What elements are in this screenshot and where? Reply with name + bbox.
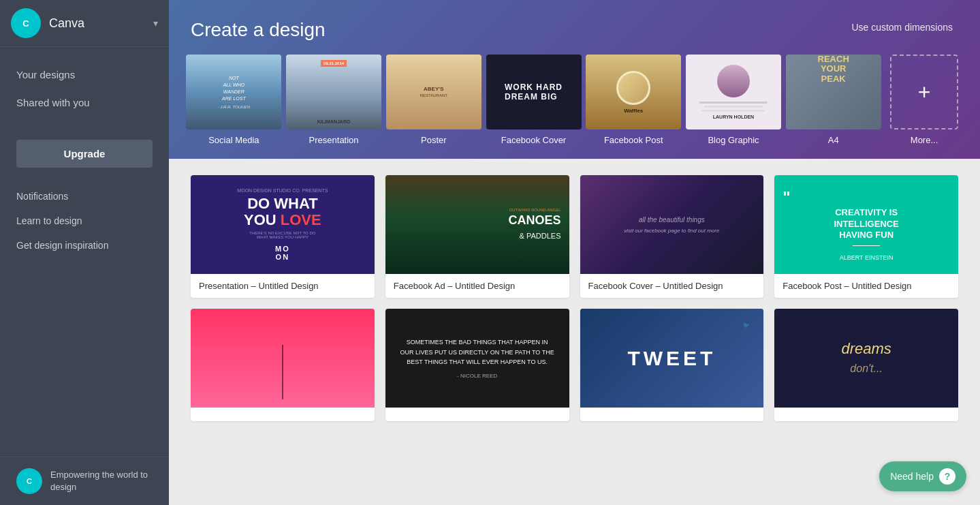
sidebar-links: Notifications Learn to design Get design… — [0, 179, 169, 263]
template-thumb-blog-graphic: LAURYN HOLDEN — [686, 55, 781, 129]
template-label-presentation: Presentation — [309, 135, 359, 145]
template-facebook-cover[interactable]: WORK HARDDREAM BIG Facebook Cover — [490, 55, 577, 159]
design-card-presentation[interactable]: MOON DESIGN STUDIO CO. PRESENTS DO WHATY… — [191, 175, 375, 298]
need-help-label: Need help — [890, 471, 934, 482]
upgrade-section: Upgrade — [0, 129, 169, 179]
sidebar-footer: C Empowering the world to design — [0, 457, 169, 505]
design-thumb-tweet: TWEET 🐦 — [580, 309, 764, 408]
create-banner: Create a design Use custom dimensions NO… — [169, 0, 980, 159]
template-label-facebook-cover: Facebook Cover — [501, 135, 566, 145]
create-design-title: Create a design — [191, 19, 326, 41]
sidebar-item-your-designs[interactable]: Your designs — [0, 61, 169, 89]
design-thumb-pink — [191, 309, 375, 408]
template-thumb-more: + — [890, 55, 958, 129]
sidebar-dropdown-icon[interactable]: ▾ — [153, 18, 158, 29]
design-label-pink — [191, 408, 375, 421]
canva-logo-text: C — [22, 18, 29, 29]
sidebar-item-shared-with-you[interactable]: Shared with you — [0, 89, 169, 117]
need-help-button[interactable]: Need help ? — [879, 461, 966, 491]
custom-dimensions-button[interactable]: Use custom dimensions — [846, 19, 958, 35]
main-content: Create a design Use custom dimensions NO… — [169, 0, 980, 505]
design-card-facebook-post[interactable]: " CREATIVITY ISINTELLIGENCEHAVING FUN AL… — [774, 175, 958, 298]
design-thumb-facebook-cover: all the beautiful thingsvisit our facebo… — [580, 175, 764, 274]
upgrade-button[interactable]: Upgrade — [16, 140, 153, 168]
sidebar-footer-tagline: Empowering the world to design — [50, 469, 153, 493]
sidebar-footer-logo: C — [16, 468, 42, 494]
design-card-facebook-ad[interactable]: OUTWARD BOUND ANGEL CANOES& PADDLES Face… — [385, 175, 569, 298]
sidebar-item-notifications[interactable]: Notifications — [0, 184, 169, 209]
footer-logo-text: C — [27, 477, 32, 485]
more-icon: + — [890, 55, 958, 129]
design-thumb-facebook-ad: OUTWARD BOUND ANGEL CANOES& PADDLES — [385, 175, 569, 274]
design-label-facebook-ad: Facebook Ad – Untitled Design — [385, 274, 569, 298]
designs-section: MOON DESIGN STUDIO CO. PRESENTS DO WHATY… — [169, 159, 980, 505]
design-thumb-presentation: MOON DESIGN STUDIO CO. PRESENTS DO WHATY… — [191, 175, 375, 274]
sidebar-item-get-inspiration[interactable]: Get design inspiration — [0, 233, 169, 258]
template-social-media[interactable]: NOTALL WHOWANDERARE LOST - J.R.R. TOLKIE… — [191, 55, 277, 159]
design-label-presentation: Presentation – Untitled Design — [191, 274, 375, 298]
template-thumb-facebook-post: Waffles — [586, 55, 681, 129]
template-label-poster: Poster — [421, 135, 447, 145]
template-presentation[interactable]: 09.21.2014 KILIMANJARO Presentation — [291, 55, 377, 159]
design-label-facebook-post: Facebook Post – Untitled Design — [774, 274, 958, 298]
template-thumb-social-media: NOTALL WHOWANDERARE LOST - J.R.R. TOLKIE… — [186, 55, 281, 129]
template-row: NOTALL WHOWANDERARE LOST - J.R.R. TOLKIE… — [191, 55, 958, 159]
template-more[interactable]: + More... — [890, 55, 958, 159]
template-label-more: More... — [911, 135, 938, 145]
design-card-pink[interactable] — [191, 309, 375, 421]
template-poster[interactable]: ABEY'SRESTAURANT Poster — [390, 55, 477, 159]
sidebar-nav: Your designs Shared with you — [0, 47, 169, 123]
design-label-facebook-cover: Facebook Cover – Untitled Design — [580, 274, 764, 298]
design-label-dreams — [774, 408, 958, 421]
design-card-tweet[interactable]: TWEET 🐦 — [580, 309, 764, 421]
design-thumb-dark-quote: SOMETIMES THE BAD THINGS THAT HAPPEN INO… — [385, 309, 569, 408]
banner-header: Create a design Use custom dimensions — [191, 19, 958, 41]
help-icon: ? — [939, 468, 955, 485]
template-a4[interactable]: REACHYOURPEAK A4 — [790, 55, 876, 159]
design-label-tweet — [580, 408, 764, 421]
design-thumb-facebook-post: " CREATIVITY ISINTELLIGENCEHAVING FUN AL… — [774, 175, 958, 274]
template-blog-graphic[interactable]: LAURYN HOLDEN Blog Graphic — [691, 55, 777, 159]
canva-logo: C — [11, 8, 41, 38]
template-label-facebook-post: Facebook Post — [604, 135, 663, 145]
design-card-dreams[interactable]: dreamsdon't... — [774, 309, 958, 421]
template-facebook-post[interactable]: Waffles Facebook Post — [590, 55, 677, 159]
template-label-a4: A4 — [828, 135, 839, 145]
design-label-dark-quote — [385, 408, 569, 421]
design-card-facebook-cover[interactable]: all the beautiful thingsvisit our facebo… — [580, 175, 764, 298]
template-label-social-media: Social Media — [208, 135, 259, 145]
template-thumb-facebook-cover: WORK HARDDREAM BIG — [486, 55, 582, 129]
template-thumb-presentation: 09.21.2014 KILIMANJARO — [286, 55, 381, 129]
design-card-dark-quote[interactable]: SOMETIMES THE BAD THINGS THAT HAPPEN INO… — [385, 309, 569, 421]
sidebar-brand-name: Canva — [49, 16, 153, 31]
sidebar: C Canva ▾ Your designs Shared with you U… — [0, 0, 169, 505]
template-thumb-a4: REACHYOURPEAK — [786, 55, 881, 129]
designs-grid: MOON DESIGN STUDIO CO. PRESENTS DO WHATY… — [191, 175, 958, 421]
sidebar-item-learn-to-design[interactable]: Learn to design — [0, 209, 169, 233]
sidebar-header: C Canva ▾ — [0, 0, 169, 47]
template-thumb-poster: ABEY'SRESTAURANT — [386, 55, 481, 129]
design-thumb-dreams: dreamsdon't... — [774, 309, 958, 408]
template-label-blog-graphic: Blog Graphic — [708, 135, 759, 145]
